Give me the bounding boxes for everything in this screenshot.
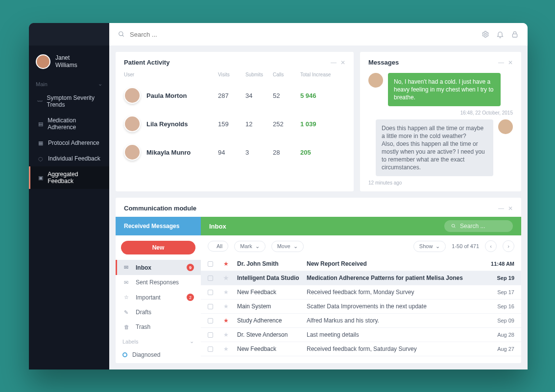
- folder-label: Trash: [136, 323, 150, 330]
- draft-icon: ✎: [124, 309, 131, 316]
- lock-icon[interactable]: [511, 30, 519, 38]
- mail-date: Sep 16: [485, 303, 514, 309]
- comm-body: New ✉ Inbox 9 ✉ Sent Responses ☆ Impo: [116, 235, 521, 363]
- label-dot-icon: [122, 352, 127, 357]
- mail-subject: Medication Adherence Patterns for patien…: [307, 275, 480, 281]
- select-all[interactable]: All: [208, 241, 228, 252]
- close-icon[interactable]: ✕: [340, 59, 345, 66]
- main: Patient Activity — ✕ User Visits Submits…: [109, 23, 528, 369]
- profile-last: Williams: [55, 62, 77, 69]
- mail-row[interactable]: ★Dr. John SmithNew Report Received11:48 …: [201, 257, 521, 271]
- prev-page-button[interactable]: ‹: [485, 240, 497, 252]
- messages-body: No, I haven't had a cold. I just have a …: [360, 71, 521, 191]
- mail-row[interactable]: ★Dr. Steve AndersonLast meeting detailsA…: [201, 328, 521, 342]
- chevron-down-icon: ⌄: [293, 243, 298, 250]
- nav-group-label: Main: [36, 81, 48, 87]
- mail-subject: Last meeting details: [307, 331, 480, 338]
- table-row[interactable]: Paula Morton28734525 946: [116, 81, 354, 110]
- outgoing-message: Does this happen all the time or maybe a…: [368, 119, 513, 176]
- checkbox[interactable]: [208, 332, 213, 338]
- profile-first: Janet: [55, 54, 77, 62]
- close-icon[interactable]: ✕: [508, 205, 513, 212]
- inbox-search-input[interactable]: [460, 223, 506, 230]
- checkbox[interactable]: [208, 318, 213, 323]
- tab-inbox[interactable]: Inbox: [201, 217, 521, 235]
- mark-dropdown[interactable]: Mark⌄: [234, 241, 265, 252]
- svg-point-4: [452, 224, 455, 227]
- tab-received[interactable]: Received Messages: [116, 217, 201, 235]
- nav-item-symptom-trends[interactable]: 〰Symptom Severity Trends: [29, 90, 109, 113]
- nav-item-protocol-adherence[interactable]: ▦Protocol Adherence: [29, 135, 109, 151]
- label-name: Diagnosed: [132, 351, 160, 358]
- close-icon[interactable]: ✕: [508, 59, 513, 66]
- label-diagnosed[interactable]: Diagnosed: [116, 348, 201, 361]
- star-icon: ☆: [124, 294, 131, 300]
- mail-subject: New Report Received: [307, 260, 480, 267]
- folder-trash[interactable]: 🗑 Trash: [116, 320, 201, 334]
- checkbox[interactable]: [208, 290, 213, 295]
- document-icon: ▣: [37, 175, 44, 181]
- next-page-button[interactable]: ›: [503, 240, 514, 252]
- user-name: Paula Morton: [146, 92, 187, 99]
- mail-from: Dr. John Smith: [237, 260, 302, 267]
- mail-row[interactable]: ★Study AdherenceAlfred Markus and his st…: [201, 314, 521, 328]
- button-label: New: [152, 244, 165, 251]
- mail-row[interactable]: ★New FeedbackReceived feedback form, Sat…: [201, 342, 521, 356]
- search-icon: [451, 223, 456, 229]
- profile[interactable]: Janet Williams: [29, 46, 109, 78]
- nav-item-medication-adherence[interactable]: ▤Medication Adherence: [29, 113, 109, 135]
- star-icon[interactable]: ★: [223, 331, 232, 338]
- checkbox[interactable]: [208, 261, 213, 267]
- nav-group-header[interactable]: Main ⌄: [29, 78, 109, 90]
- checkbox[interactable]: [208, 304, 213, 309]
- message-bubble: No, I haven't had a cold. I just have a …: [388, 73, 501, 106]
- inbox-search[interactable]: [444, 220, 513, 232]
- table-row[interactable]: Lila Reynolds159122521 039: [116, 110, 354, 138]
- star-icon[interactable]: ★: [223, 260, 232, 267]
- star-icon[interactable]: ★: [223, 317, 232, 324]
- star-icon[interactable]: ★: [223, 346, 232, 352]
- folder-sent[interactable]: ✉ Sent Responses: [116, 275, 201, 290]
- folder-drafts[interactable]: ✎ Drafts: [116, 305, 201, 320]
- new-button[interactable]: New: [121, 241, 195, 254]
- checkbox[interactable]: [208, 276, 213, 281]
- card-title: Messages: [368, 59, 494, 66]
- star-icon[interactable]: ★: [223, 275, 232, 281]
- mail-from: Dr. Steve Anderson: [237, 331, 302, 338]
- top-row: Patient Activity — ✕ User Visits Submits…: [116, 52, 521, 191]
- minimize-icon[interactable]: —: [498, 205, 504, 212]
- checkbox[interactable]: [208, 346, 213, 352]
- table-row[interactable]: Mikayla Munro94328205: [116, 138, 354, 166]
- labels-header[interactable]: Labels ⌄: [116, 334, 201, 348]
- mail-row[interactable]: ★Intelligent Data StudioMedication Adher…: [201, 271, 521, 285]
- avatar: [124, 144, 141, 161]
- gear-icon[interactable]: [482, 30, 489, 38]
- card-header: Messages — ✕: [360, 52, 521, 71]
- global-search[interactable]: [118, 31, 475, 38]
- nav-item-aggregated-feedback[interactable]: ▣Aggregated Feedback: [29, 166, 109, 189]
- card-title: Patient Activity: [124, 59, 327, 66]
- star-icon[interactable]: ★: [223, 289, 232, 296]
- badge: 2: [187, 294, 194, 301]
- list-toolbar: All Mark⌄ Move⌄ Show⌄ 1-50 of 471 ‹ ›: [201, 235, 521, 257]
- mail-row[interactable]: ★Main SystemScatter Data Improvements in…: [201, 300, 521, 314]
- mail-row[interactable]: ★New FeedbackReceived feedback form, Mon…: [201, 285, 521, 300]
- mail-date: Sep 19: [485, 275, 514, 281]
- pa-column-headers: User Visits Submits Calls Total Increase: [116, 71, 354, 81]
- folder-important[interactable]: ☆ Important 2: [116, 290, 201, 305]
- col-total: Total Increase: [300, 72, 345, 77]
- label: Move: [277, 243, 290, 249]
- patient-activity-card: Patient Activity — ✕ User Visits Submits…: [116, 52, 354, 191]
- star-icon[interactable]: ★: [223, 303, 232, 310]
- bell-icon[interactable]: [496, 30, 504, 38]
- search-input[interactable]: [130, 31, 475, 38]
- sidebar-topbar: [29, 23, 109, 46]
- move-dropdown[interactable]: Move⌄: [271, 241, 304, 252]
- minimize-icon[interactable]: —: [331, 59, 337, 66]
- folder-inbox[interactable]: ✉ Inbox 9: [116, 260, 201, 275]
- mail-rows: ★Dr. John SmithNew Report Received11:48 …: [201, 257, 521, 356]
- show-dropdown[interactable]: Show⌄: [413, 241, 446, 252]
- nav-item-individual-feedback[interactable]: ◌Individual Feedback: [29, 151, 109, 166]
- minimize-icon[interactable]: —: [498, 59, 504, 66]
- mail-date: Sep 17: [485, 289, 514, 295]
